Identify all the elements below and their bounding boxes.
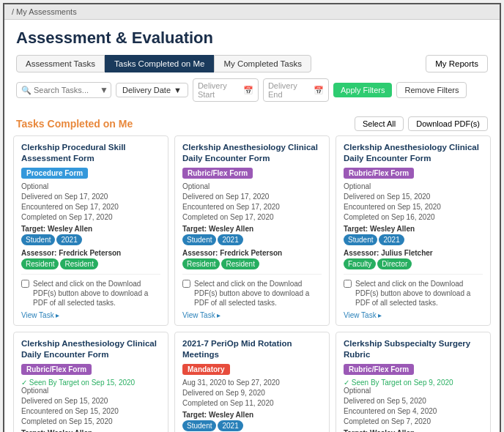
card-delivered: Delivered on Sep 15, 2020 [21, 397, 160, 405]
tab-my-completed-tasks[interactable]: My Completed Tasks [214, 55, 311, 72]
assessor-tag: Resident [60, 258, 97, 269]
card-checkbox[interactable] [344, 280, 352, 288]
card-title: 2021-7 PeriOp Mid Rotation Meetings [182, 338, 322, 360]
section-header: Tasks Completed on Me Select All Downloa… [4, 113, 500, 135]
card-optional: Optional [344, 387, 483, 395]
download-row: Select and click on the Download PDF(s) … [344, 279, 483, 308]
download-hint: Select and click on the Download PDF(s) … [194, 279, 322, 308]
assessor-label: Assessor: Fredrick Peterson [182, 249, 322, 257]
search-input[interactable] [34, 86, 100, 94]
download-hint: Select and click on the Download PDF(s) … [355, 279, 483, 308]
date-range: Aug 31, 2020 to Sep 27, 2020 [182, 379, 322, 387]
assessor-tag: Resident [221, 258, 259, 269]
apply-filters-button[interactable]: Apply Filters [333, 83, 393, 97]
card-title: Clerkship Subspecialty Surgery Rubric [344, 338, 483, 360]
rubric-badge: Rubric/Flex Form [344, 364, 414, 375]
card-completed: Completed on Sep 17, 2020 [182, 213, 322, 221]
card-completed: Completed on Sep 17, 2020 [21, 213, 160, 221]
tabs: Assessment Tasks Tasks Completed on Me M… [16, 55, 311, 72]
search-box[interactable]: 🔍 ▼ [16, 82, 111, 98]
assessor-tag: Director [377, 258, 412, 269]
page-title: Assessment & Evaluation [16, 29, 488, 48]
download-pdf-button[interactable]: Download PDF(s) [408, 116, 488, 131]
cards-grid: Clerkship Procedural Skill Assessment Fo… [4, 135, 500, 432]
target-label: Target: Wesley Allen [182, 225, 322, 233]
card-delivered: Delivered on Sep 15, 2020 [344, 193, 483, 201]
procedure-badge: Procedure Form [21, 168, 88, 179]
tab-tasks-completed-on-me[interactable]: Tasks Completed on Me [105, 55, 214, 72]
card-encountered: Encountered on Sep 15, 2020 [21, 407, 160, 415]
calendar-icon-end: 📅 [314, 86, 324, 95]
select-all-button[interactable]: Select All [355, 116, 404, 131]
delivery-end-input[interactable]: Delivery End 📅 [263, 78, 329, 102]
card-title: Clerkship Procedural Skill Assessment Fo… [21, 142, 160, 164]
download-hint: Select and click on the Download PDF(s) … [33, 279, 160, 308]
breadcrumb: / My Assessments [4, 4, 500, 20]
card-completed: Completed on Sep 7, 2020 [344, 417, 483, 425]
card-checkbox[interactable] [182, 280, 190, 288]
view-task-link[interactable]: View Task ▸ [344, 311, 483, 319]
delivery-start-input[interactable]: Delivery Start 📅 [193, 78, 259, 102]
tab-assessment-tasks[interactable]: Assessment Tasks [16, 55, 105, 72]
assessor-label: Assessor: Julius Fletcher [344, 249, 483, 257]
chevron-down-icon: ▼ [174, 86, 182, 94]
card-optional: Optional [21, 387, 160, 395]
card-encountered: Encountered on Sep 17, 2020 [182, 203, 322, 211]
target-tag: 2021 [218, 234, 242, 245]
calendar-icon: 📅 [243, 86, 253, 95]
target-tag: Student [182, 234, 216, 245]
task-card: Clerkship Subspecialty Surgery Rubric Ru… [336, 332, 491, 432]
delivery-date-filter[interactable]: Delivery Date ▼ [116, 83, 188, 97]
target-label: Target: Wesley Allen [21, 225, 160, 233]
view-task-link[interactable]: View Task ▸ [182, 311, 322, 319]
filter-icon[interactable]: ▼ [100, 85, 108, 95]
card-title: Clerkship Anesthesiology Clinical Daily … [182, 142, 322, 164]
task-card: Clerkship Procedural Skill Assessment Fo… [13, 135, 168, 326]
target-tag: 2021 [379, 234, 404, 245]
card-title: Clerkship Anesthesiology Clinical Daily … [344, 142, 483, 164]
view-task-link[interactable]: View Task ▸ [21, 311, 160, 319]
card-optional: Optional [21, 182, 160, 190]
target-tag: Student [344, 234, 377, 245]
card-delivered: Delivered on Sep 17, 2020 [21, 193, 160, 201]
tab-bar: Assessment Tasks Tasks Completed on Me M… [16, 55, 488, 72]
card-encountered: Encountered on Sep 17, 2020 [21, 203, 160, 211]
my-reports-button[interactable]: My Reports [426, 55, 488, 72]
card-delivered: Delivered on Sep 5, 2020 [344, 397, 483, 405]
seen-badge: ✓ Seen By Target on Sep 15, 2020 [21, 379, 160, 387]
section-title: Tasks Completed on Me [16, 118, 133, 130]
card-delivered: Delivered on Sep 17, 2020 [182, 193, 322, 201]
assessor-tag: Faculty [344, 258, 376, 269]
assessor-tag: Resident [21, 258, 59, 269]
target-label: Target: Wesley Allen [344, 429, 483, 432]
target-label: Target: Wesley Allen [21, 429, 160, 432]
mandatory-badge: Mandatory [182, 364, 230, 375]
card-completed: Completed on Sep 11, 2020 [182, 399, 322, 407]
card-delivered: Delivered on Sep 9, 2020 [182, 389, 322, 397]
section-actions: Select All Download PDF(s) [355, 116, 488, 131]
task-card: Clerkship Anesthesiology Clinical Daily … [336, 135, 491, 326]
download-row: Select and click on the Download PDF(s) … [21, 279, 160, 308]
remove-filters-button[interactable]: Remove Filters [396, 82, 467, 98]
rubric-badge: Rubric/Flex Form [182, 168, 253, 179]
card-optional: Optional [344, 182, 483, 190]
card-encountered: Encountered on Sep 15, 2020 [344, 203, 483, 211]
filter-bar: 🔍 ▼ Delivery Date ▼ Delivery Start 📅 Del… [16, 78, 488, 102]
target-label: Target: Wesley Allen [182, 411, 322, 419]
card-title: Clerkship Anesthesiology Clinical Daily … [21, 338, 160, 360]
rubric-badge: Rubric/Flex Form [344, 168, 414, 179]
card-encountered: Encountered on Sep 4, 2020 [344, 407, 483, 415]
task-card: Clerkship Anesthesiology Clinical Daily … [174, 135, 330, 326]
card-completed: Completed on Sep 16, 2020 [344, 213, 483, 221]
search-icon: 🔍 [21, 86, 32, 95]
target-label: Target: Wesley Allen [344, 225, 483, 233]
card-checkbox[interactable] [21, 280, 29, 288]
task-card: 2021-7 PeriOp Mid Rotation Meetings Mand… [174, 332, 330, 432]
card-optional: Optional [182, 182, 322, 190]
target-tag: 2021 [56, 234, 81, 245]
card-completed: Completed on Sep 15, 2020 [21, 417, 160, 425]
target-tag: Student [21, 234, 55, 245]
seen-badge: ✓ Seen By Target on Sep 9, 2020 [344, 379, 483, 387]
assessor-label: Assessor: Fredrick Peterson [21, 249, 160, 257]
download-row: Select and click on the Download PDF(s) … [182, 279, 322, 308]
